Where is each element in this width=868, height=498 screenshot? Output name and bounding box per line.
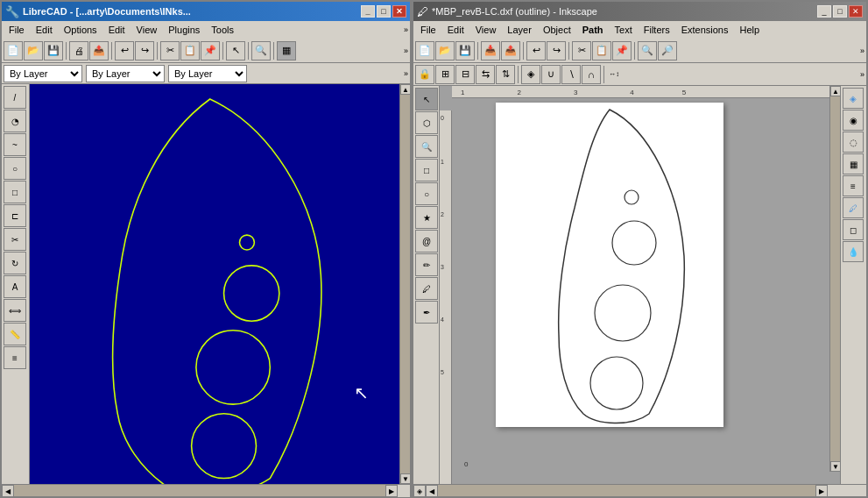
ink-scroll-up[interactable]: ▲ (830, 86, 840, 96)
ink-menu-file[interactable]: File (415, 24, 441, 36)
new-button[interactable]: 📄 (4, 41, 23, 60)
librecad-hscrollbar[interactable]: ◀ ▶ (2, 484, 410, 496)
menu-edit[interactable]: Edit (31, 24, 58, 36)
ink-paste-btn[interactable]: 📌 (612, 41, 632, 60)
ink-path-int-btn[interactable]: ∩ (582, 65, 601, 84)
minimize-button[interactable]: _ (361, 5, 375, 18)
ink-rect-tool[interactable]: □ (415, 159, 438, 181)
line-tool[interactable]: / (4, 86, 26, 109)
ink-color-btn[interactable]: 🖊 (843, 197, 864, 218)
ink-save-btn[interactable]: 💾 (455, 41, 475, 60)
menu-tools[interactable]: Tools (206, 24, 239, 36)
ink-snap-btn[interactable]: 🔒 (415, 65, 434, 84)
rotate-tool[interactable]: ↻ (4, 252, 26, 274)
toolbar-expand[interactable]: » (404, 46, 408, 55)
ink-align-btn[interactable]: ⊞ (435, 65, 455, 84)
inkscape-vscrollbar[interactable]: ▲ ▼ (829, 86, 840, 472)
ink-menu-edit[interactable]: Edit (442, 24, 469, 36)
inkscape-canvas[interactable]: 1 2 3 4 5 0 1 2 3 4 5 (440, 86, 840, 484)
ink-zoom-out-btn[interactable]: 🔎 (658, 41, 677, 60)
ink-path-diff-btn[interactable]: ∖ (561, 65, 581, 84)
spline-tool[interactable]: ~ (4, 133, 26, 156)
redo-button[interactable]: ↪ (135, 41, 154, 60)
copy-button[interactable]: 📋 (180, 41, 200, 60)
paste-button[interactable]: 📌 (201, 41, 220, 60)
ink-undo-btn[interactable]: ↩ (526, 41, 546, 60)
ink-menu-path[interactable]: Path (577, 24, 609, 36)
scroll-right-button[interactable]: ▶ (385, 485, 398, 497)
close-button[interactable]: ✕ (392, 5, 406, 18)
ink-menu-text[interactable]: Text (610, 24, 638, 36)
layer-expand[interactable]: » (404, 69, 408, 78)
ink-import-btn[interactable]: 📥 (481, 41, 500, 60)
grid-button[interactable]: ▦ (277, 41, 296, 60)
layer-select[interactable]: By Layer (4, 65, 82, 82)
ink-calligraph-tool[interactable]: ✒ (415, 301, 438, 324)
ink-pen-tool[interactable]: 🖊 (415, 277, 438, 300)
ink-pencil-tool[interactable]: ✏ (415, 253, 438, 276)
circle-tool[interactable]: ○ (4, 157, 26, 180)
ink-menu-object[interactable]: Object (538, 24, 576, 36)
ink-menu-view[interactable]: View (470, 24, 502, 36)
ink-pattern-btn[interactable]: ≡ (843, 175, 864, 196)
cut-button[interactable]: ✂ (160, 41, 180, 60)
ink-maximize-button[interactable]: □ (833, 5, 847, 18)
ink-scroll-left[interactable]: ◀ (426, 485, 438, 497)
h-scroll-track[interactable] (14, 485, 385, 496)
ink-path-union-btn[interactable]: ∪ (541, 65, 561, 84)
scroll-down-button[interactable]: ▼ (400, 473, 410, 484)
ink-dist-btn[interactable]: ⊟ (455, 65, 475, 84)
ink-cut-btn[interactable]: ✂ (572, 41, 591, 60)
ink-minimize-button[interactable]: _ (817, 5, 831, 18)
menu-view[interactable]: View (131, 24, 163, 36)
ink-fill-btn[interactable]: ◈ (843, 88, 864, 109)
ink-mirror-h-btn[interactable]: ⇆ (476, 65, 495, 84)
scroll-left-button[interactable]: ◀ (2, 485, 14, 497)
ink-eraser-btn[interactable]: ◻ (843, 219, 864, 240)
ink-zoom-tool[interactable]: 🔍 (415, 135, 438, 158)
trim-tool[interactable]: ✂ (4, 228, 26, 251)
maximize-button[interactable]: □ (377, 5, 391, 18)
inkscape-hscrollbar[interactable]: ◈ ◀ ▶ (413, 484, 866, 496)
ink-new-btn[interactable]: 📄 (415, 41, 434, 60)
ink-scroll-right[interactable]: ▶ (815, 485, 828, 497)
ink-menu-layer[interactable]: Layer (502, 24, 537, 36)
ink-opacity-btn[interactable]: ◌ (843, 132, 864, 153)
select-button[interactable]: ↖ (226, 41, 245, 60)
ink-menu-extensions[interactable]: Extensions (676, 24, 734, 36)
ink-scroll-down[interactable]: ▼ (830, 461, 840, 472)
drawing-area[interactable]: 0 (452, 98, 840, 484)
ink-menu-help[interactable]: Help (734, 24, 765, 36)
polyline-tool[interactable]: ⊏ (4, 204, 26, 227)
color-select[interactable]: By Layer (86, 65, 165, 82)
ink-dropper-btn[interactable]: 💧 (843, 241, 864, 262)
zoom-button[interactable]: 🔍 (251, 41, 271, 60)
librecad-vscrollbar[interactable]: ▲ ▼ (399, 84, 410, 484)
ink-hscroll-track[interactable] (438, 485, 815, 496)
print-button[interactable]: 🖨 (69, 41, 88, 60)
scroll-up-button[interactable]: ▲ (400, 84, 410, 95)
menu-edit2[interactable]: Edit (103, 24, 131, 36)
undo-button[interactable]: ↩ (115, 41, 134, 60)
arc-tool[interactable]: ◔ (4, 110, 26, 132)
ink-toolbar-expand[interactable]: » (860, 46, 864, 55)
ink-select-tool[interactable]: ↖ (415, 88, 438, 110)
layer-tool[interactable]: ≡ (4, 346, 26, 369)
linetype-select[interactable]: By Layer (168, 65, 247, 82)
dimension-tool[interactable]: ⟺ (4, 299, 26, 322)
ink-copy-btn[interactable]: 📋 (592, 41, 611, 60)
ink-node-edit-tool[interactable]: ⬡ (415, 111, 438, 134)
ink-ellipse-tool[interactable]: ○ (415, 182, 438, 205)
text-tool[interactable]: A (4, 275, 26, 298)
open-button[interactable]: 📂 (24, 41, 43, 60)
ink-open-btn[interactable]: 📂 (435, 41, 455, 60)
measure-tool[interactable]: 📏 (4, 323, 26, 345)
ink-spiral-tool[interactable]: @ (415, 230, 438, 253)
ink-export-btn[interactable]: 📤 (501, 41, 520, 60)
menu-file[interactable]: File (4, 24, 30, 36)
menu-expand-icon[interactable]: » (404, 25, 408, 34)
librecad-canvas[interactable]: ↗ (30, 84, 399, 484)
scroll-track[interactable] (400, 95, 410, 473)
menu-options[interactable]: Options (59, 24, 102, 36)
ink-stroke-btn[interactable]: ◉ (843, 110, 864, 131)
